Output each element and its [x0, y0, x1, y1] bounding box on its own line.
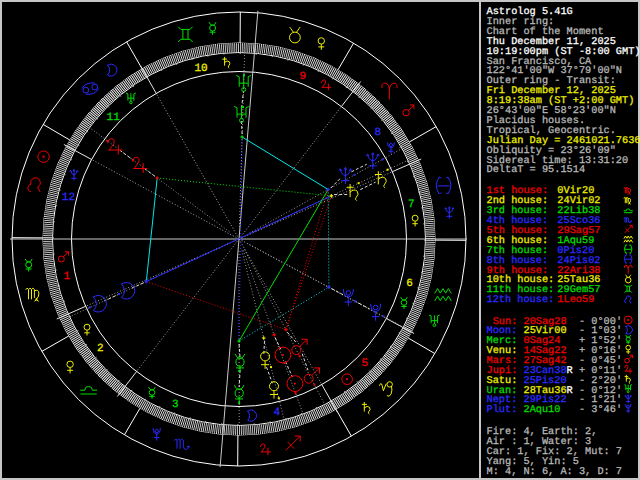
svg-text:10: 10 — [194, 63, 207, 75]
svg-text:1Leo59: 1Leo59 — [557, 294, 594, 306]
svg-text:- 3°46': - 3°46' — [579, 404, 622, 416]
svg-text:12: 12 — [62, 192, 75, 204]
svg-text:4: 4 — [274, 407, 281, 419]
svg-text:3: 3 — [172, 399, 179, 411]
svg-text:9: 9 — [299, 71, 306, 83]
svg-text:M: 4, N: 6, A: 3, D: 7: M: 4, N: 6, A: 3, D: 7 — [487, 466, 623, 478]
svg-text:11: 11 — [107, 112, 121, 124]
svg-text:R: R — [567, 365, 573, 377]
svg-text:2: 2 — [97, 343, 104, 355]
svg-text:R: R — [567, 385, 573, 397]
svg-text:7: 7 — [408, 199, 415, 211]
svg-text:2Aqu10: 2Aqu10 — [523, 404, 560, 416]
svg-text:5: 5 — [361, 358, 368, 370]
svg-text:12th house:: 12th house: — [487, 294, 555, 306]
svg-text:Plut:: Plut: — [487, 404, 518, 416]
svg-text:8: 8 — [374, 127, 381, 139]
svg-text:DeltaT = 95.1514: DeltaT = 95.1514 — [487, 164, 586, 176]
svg-text:6: 6 — [406, 278, 413, 290]
svg-text:1: 1 — [63, 271, 70, 283]
